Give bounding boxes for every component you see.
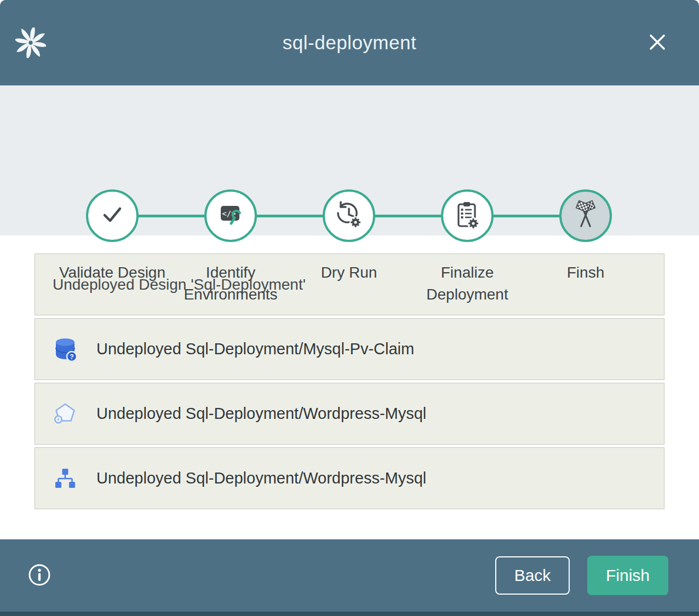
wizard-stepper: Validate Design </> Identify Environment… [0, 85, 699, 235]
back-button[interactable]: Back [495, 556, 570, 595]
step-dry-run[interactable] [323, 189, 375, 242]
step-label-validate-design: Validate Design [47, 262, 178, 284]
checkmark-icon [98, 200, 127, 231]
step-identify-environments[interactable]: </> [204, 189, 257, 242]
dialog-title: sql-deployment [283, 32, 416, 54]
svg-text:?: ? [70, 353, 73, 360]
info-icon [27, 563, 51, 589]
pod-icon [53, 401, 78, 427]
step-label-dry-run: Dry Run [283, 262, 415, 284]
step-label-finalize-deployment: Finalize Deployment [402, 262, 533, 306]
clipboard-gear-icon [452, 199, 482, 232]
swirl-logo-icon [15, 27, 46, 58]
deployment-tree-icon [53, 465, 78, 492]
step-finish[interactable] [559, 189, 612, 242]
checkered-flags-icon [569, 199, 603, 233]
step-label-finish: Finsh [520, 262, 651, 284]
close-x-icon [646, 31, 668, 55]
window-bottom-edge [0, 612, 699, 616]
dialog-footer: Back Finish [0, 539, 699, 612]
log-row-mysql-pv-claim: ? Undeployed Sql-Deployment/Mysql-Pv-Cla… [35, 318, 664, 380]
step-validate-design[interactable] [86, 189, 139, 242]
step-label-identify-environments: Identify Environments [165, 262, 296, 306]
log-row-wordpress-mysql-deployment: Undeployed Sql-Deployment/Wordpress-Mysq… [35, 447, 664, 509]
finish-button[interactable]: Finish [587, 556, 668, 595]
wizard-dialog: sql-deployment Validate Design [0, 0, 699, 616]
step-finalize-deployment[interactable] [441, 189, 494, 242]
info-button[interactable] [26, 562, 53, 589]
log-row-text: Undeployed Sql-Deployment/Mysql-Pv-Claim [96, 340, 414, 358]
database-icon: ? [53, 336, 78, 362]
dialog-header: sql-deployment [0, 0, 699, 85]
code-wrench-icon: </> [216, 200, 245, 232]
history-gear-icon [334, 199, 364, 232]
log-row-text: Undeployed Sql-Deployment/Wordpress-Mysq… [96, 405, 426, 423]
log-row-wordpress-mysql-pod: Undeployed Sql-Deployment/Wordpress-Mysq… [35, 383, 664, 445]
log-row-text: Undeployed Sql-Deployment/Wordpress-Mysq… [96, 469, 426, 487]
close-button[interactable] [644, 30, 671, 56]
